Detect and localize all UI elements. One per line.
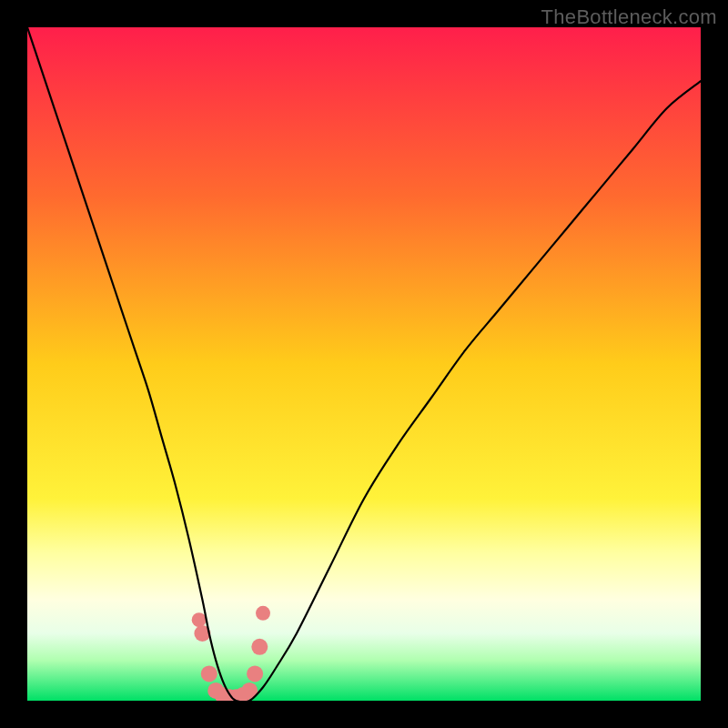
valley-marker-dot bbox=[251, 639, 268, 655]
valley-marker-dot bbox=[201, 665, 217, 682]
valley-marker-dot bbox=[256, 606, 270, 621]
plot-area bbox=[27, 27, 701, 701]
chart-frame: TheBottleneck.com bbox=[0, 0, 728, 728]
valley-marker-dot bbox=[247, 665, 263, 682]
valley-marker-dot bbox=[192, 612, 207, 627]
chart-svg bbox=[27, 27, 701, 701]
watermark-text: TheBottleneck.com bbox=[541, 5, 717, 29]
gradient-background bbox=[27, 27, 701, 701]
